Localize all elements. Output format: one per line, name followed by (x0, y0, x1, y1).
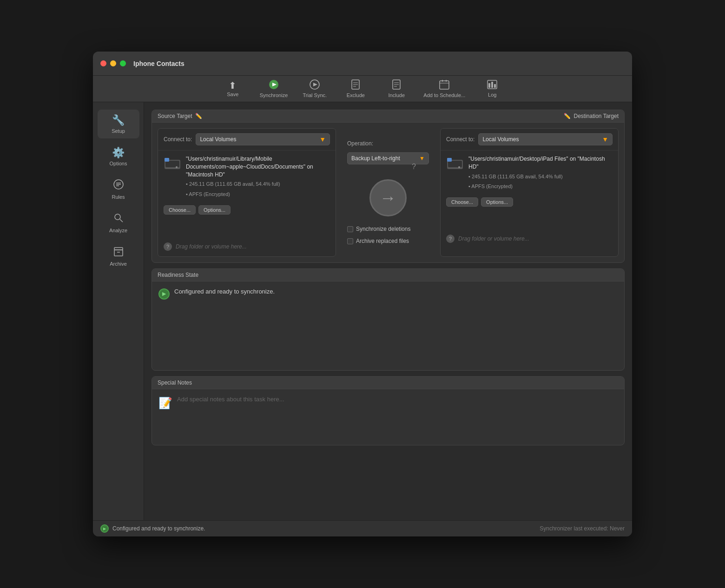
source-connect-label: Connect to: (164, 136, 192, 143)
add-schedule-icon (439, 79, 449, 91)
dest-volume-info: "Users/christinamuir/Desktop/iPad Files"… (441, 150, 618, 196)
source-volume-icon (164, 156, 181, 173)
include-label: Include (389, 92, 405, 98)
app-window: Iphone Contacts ⬆ Save Synchronize Trial… (93, 52, 632, 536)
svg-rect-30 (165, 161, 179, 167)
source-volume-info: "Users/christinamuir/Library/Mobile Docu… (158, 150, 336, 203)
minimize-button[interactable] (110, 60, 116, 66)
operation-help-icon[interactable]: ? (412, 163, 416, 171)
toolbar-include[interactable]: Include (382, 79, 410, 98)
dest-dropdown-arrow: ▼ (602, 136, 608, 143)
source-connect-select[interactable]: Local Volumes ▼ (196, 133, 330, 145)
arrow-right-icon: → (380, 188, 396, 208)
sync-deletions-checkbox[interactable] (347, 226, 353, 232)
toolbar-synchronize[interactable]: Synchronize (260, 79, 288, 98)
notes-title: Special Notes (158, 379, 192, 386)
trial-sync-label: Trial Sync. (303, 92, 327, 98)
sidebar: 🔧 Setup ⚙️ Options Rules Analyze (93, 102, 144, 520)
content-area: Source Target ✏️ ✏️ Destination Target C… (144, 102, 632, 520)
rules-icon (113, 179, 124, 192)
svg-rect-32 (165, 158, 169, 162)
svg-rect-17 (488, 83, 490, 88)
maximize-button[interactable] (120, 60, 126, 66)
sidebar-item-archive[interactable]: Archive (98, 242, 139, 271)
operation-select[interactable]: Backup Left-to-right ▼ (347, 152, 429, 164)
readiness-content: ▶ Configured and ready to synchronize. (152, 281, 624, 306)
archive-icon (114, 246, 123, 259)
archive-replaced-row[interactable]: Archive replaced files (347, 238, 429, 244)
statusbar: ▶ Configured and ready to synchronize. S… (93, 520, 632, 536)
toolbar-add-schedule[interactable]: Add to Schedule... (423, 79, 465, 98)
rules-label: Rules (112, 194, 125, 200)
toolbar-save[interactable]: ⬆ Save (219, 81, 247, 97)
archive-replaced-checkbox[interactable] (347, 238, 353, 244)
source-volume-panel: Connect to: Local Volumes ▼ "Users (158, 128, 336, 257)
dest-connect-select[interactable]: Local Volumes ▼ (478, 133, 613, 145)
source-dest-panel: Source Target ✏️ ✏️ Destination Target C… (152, 110, 625, 263)
toolbar: ⬆ Save Synchronize Trial Sync. Exclude (93, 76, 632, 102)
operation-dropdown-arrow: ▼ (419, 155, 425, 162)
readiness-play-icon: ▶ (158, 288, 170, 300)
status-right: Synchronizer last executed: Never (540, 525, 625, 532)
dest-volume-details: "Users/christinamuir/Desktop/iPad Files"… (468, 155, 613, 191)
notes-placeholder: Add special notes about this task here..… (177, 396, 284, 403)
readiness-message: Configured and ready to synchronize. (174, 288, 275, 295)
dest-volume-icon (446, 156, 464, 173)
source-volume-stats-1: • 245.11 GB (111.65 GB avail, 54.4% full… (186, 180, 330, 189)
traffic-lights (100, 60, 126, 66)
edit-dest-icon[interactable]: ✏️ (564, 113, 571, 119)
svg-point-33 (176, 166, 178, 168)
source-volume-name: "Users/christinamuir/Library/Mobile Docu… (186, 155, 330, 178)
setup-icon: 🔧 (112, 114, 125, 126)
sidebar-item-analyze[interactable]: Analyze (98, 208, 139, 238)
source-target-header: Source Target ✏️ (158, 113, 202, 119)
svg-rect-35 (448, 161, 462, 167)
svg-line-25 (120, 219, 123, 222)
source-options-button[interactable]: Options... (198, 205, 231, 215)
notes-header: Special Notes (152, 377, 624, 389)
source-volume-details: "Users/christinamuir/Library/Mobile Docu… (186, 155, 330, 199)
setup-label: Setup (112, 128, 125, 134)
synchronize-icon (269, 79, 279, 91)
notes-content[interactable]: 📝 Add special notes about this task here… (152, 389, 624, 445)
source-connect-value: Local Volumes (200, 136, 236, 143)
options-icon: ⚙️ (112, 147, 125, 159)
toolbar-exclude[interactable]: Exclude (342, 79, 369, 98)
toolbar-trial-sync[interactable]: Trial Sync. (301, 79, 329, 98)
readiness-header: Readiness State (152, 269, 624, 281)
dest-target-header: ✏️ Destination Target (564, 113, 619, 119)
toolbar-log[interactable]: Log (478, 80, 506, 98)
notes-icon: 📝 (158, 397, 172, 410)
dest-choose-button[interactable]: Choose... (446, 197, 478, 207)
source-drag-hint-text: Drag folder or volume here... (176, 243, 247, 250)
synchronize-label: Synchronize (260, 92, 288, 98)
sync-deletions-row[interactable]: Synchronize deletions (347, 226, 429, 232)
svg-rect-27 (114, 250, 123, 256)
special-notes-panel: Special Notes 📝 Add special notes about … (152, 376, 625, 445)
save-icon: ⬆ (229, 81, 237, 90)
dest-help-icon[interactable]: ? (446, 235, 455, 243)
options-label: Options (110, 161, 127, 166)
analyze-label: Analyze (109, 228, 127, 233)
sidebar-item-setup[interactable]: 🔧 Setup (98, 110, 139, 138)
close-button[interactable] (100, 60, 106, 66)
dest-volume-stats-2: • APFS (Encrypted) (468, 183, 613, 191)
source-volume-stats-2: • APFS (Encrypted) (186, 190, 330, 199)
source-help-icon[interactable]: ? (164, 242, 172, 251)
main-layout: 🔧 Setup ⚙️ Options Rules Analyze (93, 102, 632, 520)
dest-options-button[interactable]: Options... (481, 197, 513, 207)
svg-point-38 (458, 166, 460, 168)
add-schedule-label: Add to Schedule... (423, 92, 465, 98)
dest-drag-hint-text: Drag folder or volume here... (458, 235, 529, 242)
sidebar-item-rules[interactable]: Rules (98, 175, 139, 204)
archive-label: Archive (110, 261, 127, 267)
edit-source-icon[interactable]: ✏️ (195, 113, 202, 119)
window-title: Iphone Contacts (133, 60, 185, 67)
exclude-icon (351, 79, 360, 91)
log-label: Log (488, 92, 496, 98)
svg-rect-12 (440, 81, 449, 89)
source-choose-button[interactable]: Choose... (164, 205, 196, 215)
source-target-label: Source Target (158, 113, 192, 119)
dest-volume-name: "Users/christinamuir/Desktop/iPad Files"… (468, 155, 613, 171)
sidebar-item-options[interactable]: ⚙️ Options (98, 142, 139, 171)
